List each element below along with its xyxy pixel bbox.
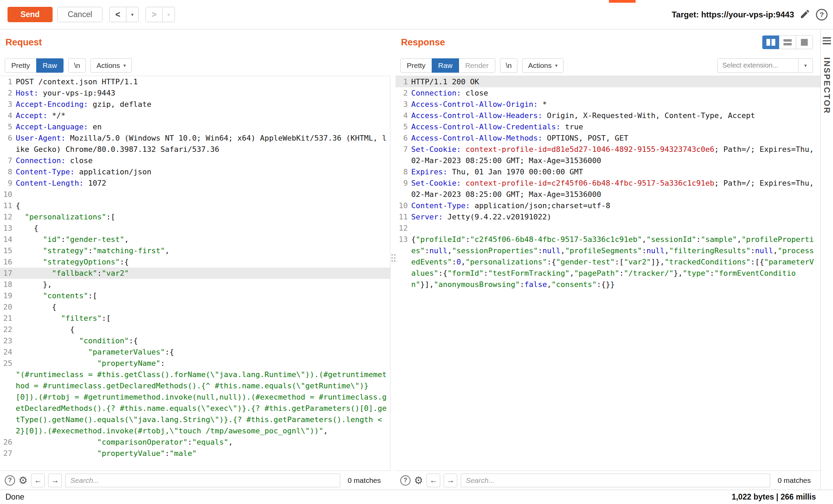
history-back-group: < ▾	[109, 7, 139, 22]
columns-layout-button[interactable]	[762, 35, 779, 49]
line-content: HTTP/1.1 200 OK	[411, 76, 820, 87]
top-accent-strip	[609, 0, 636, 3]
line-content: Access-Control-Allow-Methods: OPTIONS, P…	[411, 132, 820, 144]
line-content: Access-Control-Allow-Origin: *	[411, 99, 820, 110]
request-header: Request	[0, 30, 390, 55]
rows-layout-button[interactable]	[779, 35, 796, 49]
line-number: 22	[0, 324, 16, 335]
request-search-bar: ? ⚙ ← → 0 matches	[0, 471, 390, 490]
code-line: 17 "fallback":"var2"	[0, 268, 390, 279]
edit-target-button[interactable]	[800, 9, 810, 20]
code-line: 2Host: your-vps-ip:9443	[0, 87, 390, 99]
help-icon: ?	[5, 475, 15, 486]
inspector-panel[interactable]: INSPECTOR	[820, 30, 833, 490]
code-line: 1POST /context.json HTTP/1.1	[0, 76, 390, 87]
tab-pretty[interactable]: Pretty	[400, 58, 432, 73]
history-forward-button[interactable]: >	[145, 7, 163, 22]
actions-button[interactable]: Actions ▾	[522, 58, 563, 73]
request-search-input[interactable]	[65, 474, 340, 487]
arrow-left-icon: ←	[34, 476, 42, 485]
newline-toggle-button[interactable]: \n	[500, 58, 518, 73]
code-line: 6User-Agent: Mozilla/5.0 (Windows NT 10.…	[0, 132, 390, 155]
search-help-button[interactable]: ?	[5, 475, 15, 486]
line-content: Host: your-vps-ip:9443	[16, 87, 390, 99]
line-content: Access-Control-Allow-Credentials: true	[411, 121, 820, 132]
search-previous-button[interactable]: ←	[31, 474, 45, 487]
line-content: Set-Cookie: context-profile-id=d81e5d27-…	[411, 144, 820, 166]
help-button[interactable]: ?	[816, 9, 828, 20]
history-back-dropdown-button[interactable]: ▾	[126, 7, 139, 22]
line-number: 2	[395, 87, 411, 99]
cancel-button[interactable]: Cancel	[57, 7, 102, 22]
single-layout-button[interactable]	[796, 35, 813, 49]
code-line: 21 "filters":[	[0, 313, 390, 324]
line-number: 4	[395, 110, 411, 121]
tab-raw[interactable]: Raw	[36, 58, 64, 73]
chevron-down-icon: ▾	[123, 62, 126, 69]
tab-render[interactable]: Render	[459, 58, 495, 73]
code-line: 12 "personalizations":[	[0, 211, 390, 222]
code-line: 7Set-Cookie: context-profile-id=d81e5d27…	[395, 144, 820, 166]
line-number: 3	[0, 99, 16, 110]
line-content	[16, 189, 390, 200]
line-content: Server: Jetty(9.4.22.v20191022)	[411, 211, 820, 222]
send-button[interactable]: Send	[8, 7, 53, 22]
code-line: 7Connection: close	[0, 155, 390, 166]
response-editor[interactable]: 1HTTP/1.1 200 OK2Connection: close3Acces…	[395, 76, 820, 471]
line-content: "parameterValues":{	[16, 346, 390, 358]
response-search-input[interactable]	[461, 474, 770, 487]
help-icon: ?	[816, 9, 828, 20]
code-line: 13 {	[0, 222, 390, 234]
newline-toggle-button[interactable]: \n	[68, 58, 86, 73]
arrow-right-icon: →	[51, 476, 59, 485]
line-number: 17	[0, 268, 16, 279]
code-line: 27 "propertyValue":"male"	[0, 448, 390, 459]
line-content: Accept-Language: en	[16, 121, 390, 132]
line-content: Content-Type: application/json	[16, 166, 390, 177]
search-next-button[interactable]: →	[444, 474, 457, 487]
line-content: "propertyName": "(#runtimeclass = #this.…	[16, 358, 390, 436]
search-settings-button[interactable]: ⚙	[18, 475, 28, 486]
extension-select-dropdown-button[interactable]: ▾	[799, 58, 813, 73]
search-settings-button[interactable]: ⚙	[414, 475, 423, 486]
actions-button[interactable]: Actions ▾	[91, 58, 131, 73]
search-next-button[interactable]: →	[48, 474, 62, 487]
history-forward-dropdown-button[interactable]: ▾	[163, 7, 175, 22]
code-line: 6Access-Control-Allow-Methods: OPTIONS, …	[395, 132, 820, 144]
tab-pretty[interactable]: Pretty	[5, 58, 37, 73]
line-content: "contents":[	[16, 290, 390, 301]
line-number: 6	[0, 132, 16, 155]
line-content	[411, 222, 820, 234]
search-previous-button[interactable]: ←	[427, 474, 440, 487]
code-line: 20 {	[0, 301, 390, 313]
actions-label: Actions	[96, 61, 120, 70]
gear-icon: ⚙	[414, 475, 423, 486]
status-bar: Done 1,022 bytes | 266 millis	[0, 490, 833, 504]
line-number: 18	[0, 279, 16, 290]
history-back-button[interactable]: <	[109, 7, 126, 22]
inspector-menu-button[interactable]	[823, 37, 831, 44]
line-number: 7	[0, 155, 16, 166]
line-number: 11	[395, 211, 411, 222]
search-help-button[interactable]: ?	[400, 475, 411, 486]
line-number: 10	[395, 200, 411, 211]
line-number: 23	[0, 335, 16, 346]
line-content: Accept: */*	[16, 110, 390, 121]
panel-splitter-handle[interactable]	[391, 254, 395, 262]
code-line: 9Content-Length: 1072	[0, 177, 390, 189]
response-metrics: 1,022 bytes | 266 millis	[732, 492, 816, 502]
line-number: 27	[0, 448, 16, 459]
code-line: 8Expires: Thu, 01 Jan 1970 00:00:00 GMT	[395, 166, 820, 177]
extension-select[interactable]: Select extension...	[717, 58, 799, 73]
line-number: 5	[395, 121, 411, 132]
tab-raw[interactable]: Raw	[432, 58, 459, 73]
line-number: 6	[395, 132, 411, 144]
request-tab-row: Pretty Raw \n Actions ▾	[0, 55, 390, 76]
line-content: User-Agent: Mozilla/5.0 (Windows NT 10.0…	[16, 132, 390, 155]
request-editor[interactable]: 1POST /context.json HTTP/1.12Host: your-…	[0, 76, 390, 471]
line-content: "comparisonOperator":"equals",	[16, 436, 390, 448]
actions-label: Actions	[528, 61, 552, 70]
line-number: 24	[0, 346, 16, 358]
line-number: 1	[395, 76, 411, 87]
response-panel: Response Pretty Raw Render \n Actions ▾ …	[395, 30, 820, 490]
